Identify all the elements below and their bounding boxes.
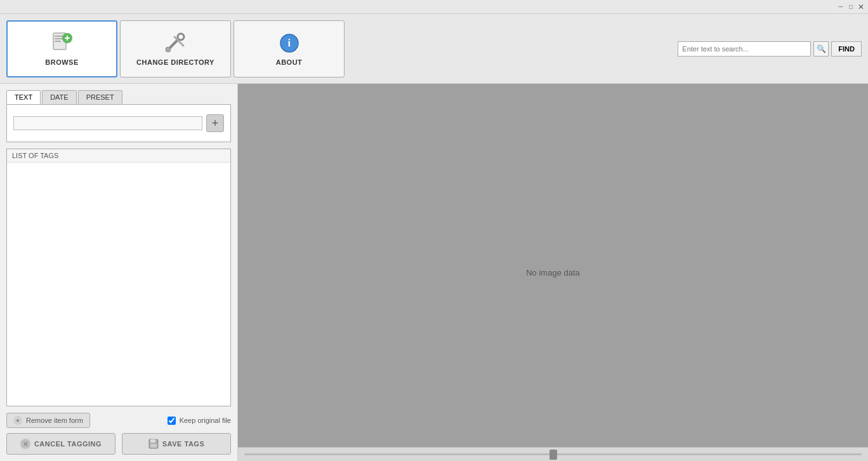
tab-preset[interactable]: PRESET <box>78 90 122 104</box>
svg-rect-2 <box>55 38 63 39</box>
tags-list-header: LIST OF TAGS <box>7 149 230 163</box>
svg-rect-1 <box>55 36 63 37</box>
image-panel: No image data <box>238 84 868 461</box>
cancel-tagging-label: CANCEL TAGGING <box>34 440 102 448</box>
slider-thumb[interactable] <box>549 450 557 460</box>
maximize-button[interactable]: □ <box>846 3 855 11</box>
title-bar: ─ □ ✕ <box>0 0 868 14</box>
find-button[interactable]: FIND <box>831 41 862 57</box>
keep-original-container: Keep original file <box>168 417 231 425</box>
svg-rect-6 <box>67 36 68 41</box>
no-image-text: No image data <box>526 268 580 277</box>
svg-point-8 <box>166 47 171 52</box>
add-tag-button[interactable]: + <box>206 114 224 132</box>
svg-text:i: i <box>287 37 291 48</box>
browse-icon <box>49 32 75 55</box>
search-input[interactable] <box>678 41 811 57</box>
cancel-icon: ✕ <box>20 439 30 449</box>
remove-item-button[interactable]: ● Remove item form <box>6 413 90 428</box>
keep-original-label: Keep original file <box>180 417 231 424</box>
browse-label: BROWSE <box>45 58 79 66</box>
remove-icon: ● <box>13 416 22 425</box>
close-button[interactable]: ✕ <box>857 3 865 11</box>
change-directory-label: CHANGE DIRECTORY <box>136 58 214 66</box>
change-directory-button[interactable]: CHANGE DIRECTORY <box>120 20 231 77</box>
keep-original-checkbox[interactable] <box>168 417 176 425</box>
slider-bar <box>238 447 868 461</box>
bottom-controls: ● Remove item form Keep original file ✕ … <box>6 413 231 455</box>
svg-rect-16 <box>150 444 157 448</box>
bottom-action-row: ✕ CANCEL TAGGING SAVE TAGS <box>6 433 231 455</box>
save-tags-button[interactable]: SAVE TAGS <box>122 433 231 455</box>
about-button[interactable]: i ABOUT <box>233 20 345 77</box>
main-layout: TEXT DATE PRESET + LIST OF TAGS ● Remove… <box>0 84 868 461</box>
toolbar: BROWSE CHANGE DIRECTORY i ABOUT <box>0 14 868 84</box>
search-icon-button[interactable]: 🔍 <box>813 41 829 57</box>
about-label: ABOUT <box>276 58 303 66</box>
tags-list-body <box>7 163 230 406</box>
search-icon: 🔍 <box>817 44 826 53</box>
tab-panel: + <box>6 104 231 142</box>
save-icon <box>148 439 159 449</box>
minimize-button[interactable]: ─ <box>836 3 845 11</box>
tab-date[interactable]: DATE <box>42 90 77 104</box>
change-directory-icon <box>163 32 188 55</box>
tab-text[interactable]: TEXT <box>6 90 41 104</box>
save-tags-label: SAVE TAGS <box>162 440 204 448</box>
tags-list-container: LIST OF TAGS <box>6 149 231 406</box>
cancel-tagging-button[interactable]: ✕ CANCEL TAGGING <box>6 433 115 455</box>
search-area: 🔍 FIND <box>678 41 862 57</box>
left-panel: TEXT DATE PRESET + LIST OF TAGS ● Remove… <box>0 84 238 461</box>
remove-item-label: Remove item form <box>26 417 83 424</box>
tab-container: TEXT DATE PRESET + <box>6 90 231 142</box>
svg-rect-3 <box>55 41 61 42</box>
svg-rect-15 <box>150 439 155 443</box>
slider-track <box>244 453 862 455</box>
tabs: TEXT DATE PRESET <box>6 90 231 104</box>
about-icon: i <box>277 32 302 55</box>
browse-button[interactable]: BROWSE <box>6 20 117 77</box>
tag-text-input[interactable] <box>13 116 202 130</box>
